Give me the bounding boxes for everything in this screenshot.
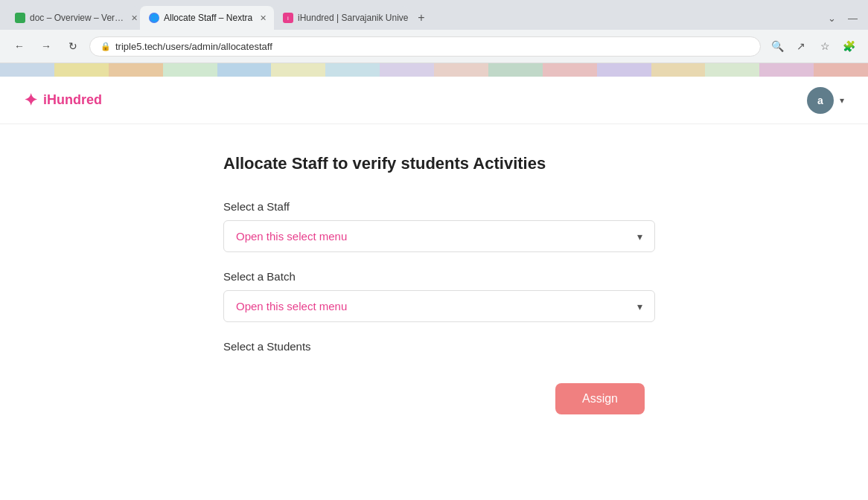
banner-block-1 — [0, 63, 54, 77]
extension-button[interactable]: 🧩 — [838, 36, 859, 57]
tab-doc-close[interactable]: ✕ — [131, 13, 138, 23]
logo[interactable]: ✦ iHundred — [24, 91, 102, 110]
banner-block-9 — [434, 63, 488, 77]
select-students-section: Select a Students — [223, 340, 645, 353]
doc-favicon — [15, 13, 25, 23]
tab-ihundred[interactable]: i iHundred | Sarvajanik University ✕ — [274, 6, 408, 30]
assign-button[interactable]: Assign — [555, 383, 645, 414]
avatar-chevron-icon[interactable]: ▾ — [840, 95, 844, 106]
zoom-button[interactable]: 🔍 — [767, 36, 788, 57]
select-batch-chevron-icon: ▾ — [637, 301, 642, 312]
main-content: Allocate Staff to verify students Activi… — [0, 124, 868, 459]
banner-block-12 — [597, 63, 651, 77]
address-bar: ← → ↻ 🔒 triple5.tech/users/admin/allocat… — [0, 30, 868, 62]
logo-text: iHundred — [43, 92, 102, 108]
banner-block-2 — [54, 63, 109, 77]
banner-block-15 — [759, 63, 814, 77]
ihundred-favicon: i — [283, 13, 293, 23]
banner-block-6 — [271, 63, 325, 77]
avatar[interactable]: a — [807, 87, 834, 114]
select-staff-placeholder: Open this select menu — [236, 230, 347, 243]
back-button[interactable]: ← — [9, 36, 30, 57]
tab-allocate-staff[interactable]: 🌐 Allocate Staff – Nextra ✕ — [140, 6, 274, 30]
select-students-label: Select a Students — [223, 340, 311, 353]
select-staff-chevron-icon: ▾ — [637, 231, 642, 243]
url-bar[interactable]: 🔒 triple5.tech/users/admin/allocatestaff — [89, 36, 761, 57]
allocate-staff-favicon: 🌐 — [149, 13, 159, 23]
select-batch-dropdown[interactable]: Open this select menu ▾ — [223, 290, 655, 322]
banner-block-4 — [163, 63, 217, 77]
add-tab-button[interactable]: + — [411, 7, 432, 28]
forward-button[interactable]: → — [36, 36, 57, 57]
banner-block-13 — [651, 63, 706, 77]
banner-block-11 — [543, 63, 597, 77]
tab-doc-label: doc – Overview – Ver… — [30, 13, 124, 23]
banner-block-5 — [217, 63, 272, 77]
select-staff-label: Select a Staff — [223, 200, 645, 213]
select-batch-label: Select a Batch — [223, 270, 645, 283]
address-bar-actions: 🔍 ↗ ☆ 🧩 — [767, 36, 859, 57]
banner-block-3 — [109, 63, 163, 77]
banner-block-8 — [380, 63, 434, 77]
tab-collapse-button[interactable]: ⌄ — [823, 11, 840, 25]
banner-block-16 — [814, 63, 868, 77]
select-staff-section: Select a Staff Open this select menu ▾ — [223, 200, 645, 252]
select-batch-section: Select a Batch Open this select menu ▾ — [223, 270, 645, 322]
lock-icon: 🔒 — [100, 42, 111, 51]
url-text: triple5.tech/users/admin/allocatestaff — [115, 41, 272, 52]
tab-minimize-button[interactable]: — — [843, 11, 862, 25]
colorful-banner — [0, 63, 868, 77]
tab-bar: doc – Overview – Ver… ✕ 🌐 Allocate Staff… — [0, 0, 868, 30]
tab-allocate-staff-label: Allocate Staff – Nextra — [164, 13, 252, 23]
tab-allocate-staff-close[interactable]: ✕ — [260, 13, 267, 23]
browser-chrome: doc – Overview – Ver… ✕ 🌐 Allocate Staff… — [0, 0, 868, 63]
bookmark-button[interactable]: ☆ — [814, 36, 835, 57]
app-header: ✦ iHundred a ▾ — [0, 77, 868, 124]
share-button[interactable]: ↗ — [791, 36, 811, 57]
tab-end-controls: ⌄ — — [823, 11, 862, 25]
tab-ihundred-label: iHundred | Sarvajanik University — [298, 13, 408, 23]
banner-block-14 — [705, 63, 759, 77]
banner-block-7 — [325, 63, 380, 77]
header-right: a ▾ — [807, 87, 844, 114]
reload-button[interactable]: ↻ — [63, 36, 83, 57]
banner-block-10 — [488, 63, 543, 77]
select-batch-placeholder: Open this select menu — [236, 300, 347, 312]
tab-doc[interactable]: doc – Overview – Ver… ✕ — [6, 6, 140, 30]
logo-icon: ✦ — [24, 91, 37, 110]
select-staff-dropdown[interactable]: Open this select menu ▾ — [223, 220, 655, 252]
page-title: Allocate Staff to verify students Activi… — [223, 154, 645, 173]
